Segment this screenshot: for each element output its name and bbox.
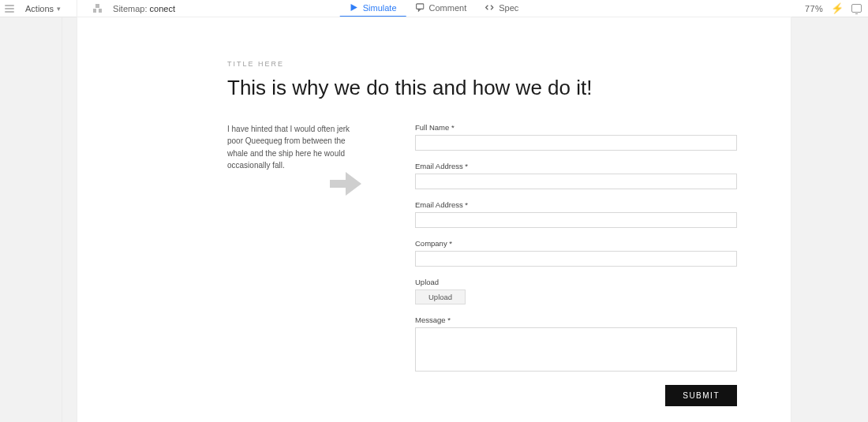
actions-menu[interactable]: Actions ▾: [25, 4, 61, 13]
label-upload: Upload: [415, 278, 737, 286]
play-icon: [350, 3, 358, 12]
comment-icon: [416, 3, 425, 12]
tab-simulate[interactable]: Simulate: [340, 0, 406, 17]
input-full-name[interactable]: [415, 135, 737, 151]
tab-comment[interactable]: Comment: [406, 0, 477, 17]
intro-text: I have hinted that I would often jerk po…: [227, 123, 354, 172]
label-full-name: Full Name *: [415, 123, 737, 132]
tab-spec[interactable]: Spec: [476, 0, 528, 17]
input-company[interactable]: [415, 251, 737, 267]
label-email-2: Email Address *: [415, 200, 737, 209]
workspace: TITLE HERE This is why we do this and ho…: [0, 17, 868, 422]
input-message[interactable]: [415, 327, 737, 372]
page-headline: This is why we do this and how we do it!: [227, 76, 737, 101]
splitter-handle[interactable]: [62, 17, 62, 422]
label-company: Company *: [415, 239, 737, 248]
device-icon[interactable]: [851, 4, 862, 13]
chevron-down-icon: ▾: [57, 5, 61, 13]
sitemap-icon: [93, 4, 102, 13]
label-message: Message *: [415, 316, 737, 324]
svg-rect-0: [416, 4, 423, 9]
upload-button[interactable]: Upload: [415, 289, 466, 304]
arrow-right-icon: [330, 170, 361, 197]
sitemap-breadcrumb[interactable]: Sitemap: conect: [113, 4, 175, 13]
input-email-1[interactable]: [415, 174, 737, 189]
zoom-level[interactable]: 77%: [805, 4, 823, 13]
menu-icon[interactable]: [5, 5, 14, 13]
eyebrow-label: TITLE HERE: [227, 60, 737, 68]
label-email-1: Email Address *: [415, 162, 737, 170]
divider: [77, 0, 77, 17]
input-email-2[interactable]: [415, 212, 737, 228]
prototype-canvas: TITLE HERE This is why we do this and ho…: [77, 17, 791, 422]
lightning-icon[interactable]: ⚡: [831, 2, 844, 14]
submit-button[interactable]: SUBMIT: [665, 385, 737, 406]
code-icon: [485, 3, 494, 12]
top-toolbar: Actions ▾ Sitemap: conect Simulate Comme…: [0, 0, 868, 17]
mode-tabs: Simulate Comment Spec: [340, 0, 529, 17]
actions-label: Actions: [25, 4, 54, 13]
